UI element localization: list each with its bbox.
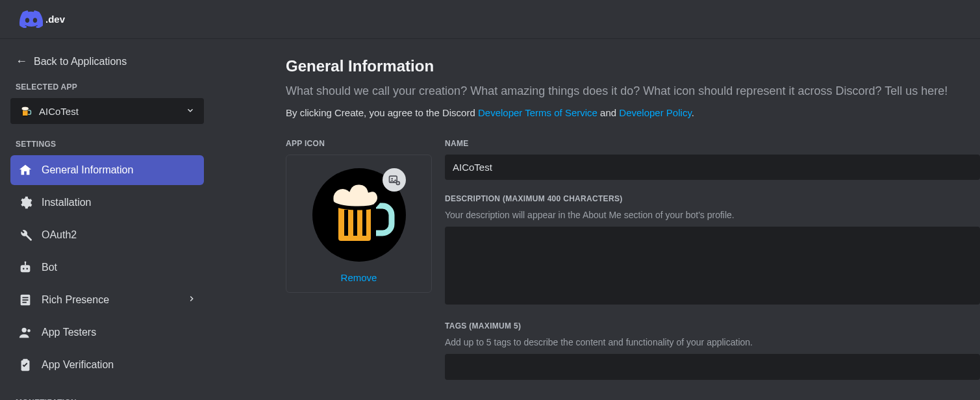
nav-label: Bot — [42, 262, 57, 273]
wrench-icon — [18, 228, 32, 242]
nav-item-rich-presence[interactable]: Rich Presence — [10, 285, 204, 315]
name-input[interactable] — [445, 155, 980, 180]
selected-app-heading: SELECTED APP — [10, 82, 204, 92]
document-icon — [18, 293, 32, 307]
app-icon-upload[interactable] — [312, 168, 406, 262]
svg-rect-9 — [22, 299, 28, 301]
app-icon-box: Remove — [286, 155, 432, 293]
svg-point-6 — [25, 261, 27, 263]
logo-text: .dev — [45, 14, 65, 25]
name-label: NAME — [445, 139, 980, 148]
nav-label: General Information — [42, 164, 133, 176]
nav-item-app-testers[interactable]: App Testers — [10, 318, 204, 347]
description-input[interactable] — [445, 227, 980, 305]
svg-rect-10 — [22, 302, 26, 303]
nav-item-general-information[interactable]: General Information — [10, 155, 204, 185]
nav-label: OAuth2 — [42, 229, 77, 241]
tags-help: Add up to 5 tags to describe the content… — [445, 337, 980, 347]
logo[interactable]: .dev — [19, 10, 65, 29]
app-selector-dropdown[interactable]: AICoTest — [10, 98, 204, 124]
back-to-applications-link[interactable]: ← Back to Applications — [10, 52, 204, 71]
developer-tos-link[interactable]: Developer Terms of Service — [478, 107, 597, 118]
app-icon-label: APP ICON — [286, 139, 432, 148]
settings-heading: SETTINGS — [10, 140, 204, 149]
svg-point-4 — [26, 268, 28, 269]
developer-policy-link[interactable]: Developer Policy — [619, 107, 691, 118]
nav-label: App Testers — [42, 327, 96, 338]
nav-label: Rich Presence — [42, 294, 109, 306]
svg-point-3 — [23, 268, 25, 269]
description-label: DESCRIPTION (MAXIMUM 400 CHARACTERS) — [445, 194, 980, 203]
nav-item-installation[interactable]: Installation — [10, 188, 204, 218]
svg-point-12 — [27, 329, 31, 332]
nav-item-bot[interactable]: Bot — [10, 253, 204, 282]
chevron-right-icon — [187, 294, 196, 306]
nav-item-oauth2[interactable]: OAuth2 — [10, 220, 204, 250]
tags-label: TAGS (MAXIMUM 5) — [445, 321, 980, 331]
arrow-left-icon: ← — [16, 55, 27, 68]
upload-image-icon[interactable] — [383, 168, 406, 192]
user-group-icon — [18, 325, 32, 340]
consent-text: By clicking Create, you agree to the Dis… — [286, 107, 980, 118]
page-title: General Information — [286, 57, 980, 75]
svg-point-11 — [22, 328, 27, 332]
tags-input[interactable] — [445, 354, 980, 380]
nav-label: App Verification — [42, 359, 114, 371]
nav-label: Installation — [42, 197, 92, 208]
sidebar: ← Back to Applications SELECTED APP AICo… — [0, 39, 214, 400]
svg-point-1 — [21, 106, 29, 110]
discord-logo-icon — [19, 10, 43, 29]
nav-item-app-verification[interactable]: App Verification — [10, 350, 204, 380]
page-subtitle: What should we call your creation? What … — [286, 84, 980, 98]
remove-icon-link[interactable]: Remove — [341, 272, 377, 283]
bot-icon — [18, 260, 32, 275]
chevron-down-icon — [186, 106, 195, 117]
home-icon — [18, 163, 32, 177]
back-label: Back to Applications — [34, 56, 127, 68]
gear-icon — [18, 195, 32, 210]
svg-point-21 — [391, 178, 393, 180]
top-bar: .dev — [0, 0, 980, 39]
svg-rect-14 — [23, 359, 27, 362]
clipboard-icon — [18, 358, 32, 372]
selected-app-name: AICoTest — [39, 106, 79, 117]
main-content: General Information What should we call … — [214, 39, 980, 400]
description-help: Your description will appear in the Abou… — [445, 210, 980, 220]
svg-rect-8 — [22, 297, 28, 298]
beer-mug-icon — [19, 105, 32, 118]
svg-rect-2 — [21, 265, 31, 272]
